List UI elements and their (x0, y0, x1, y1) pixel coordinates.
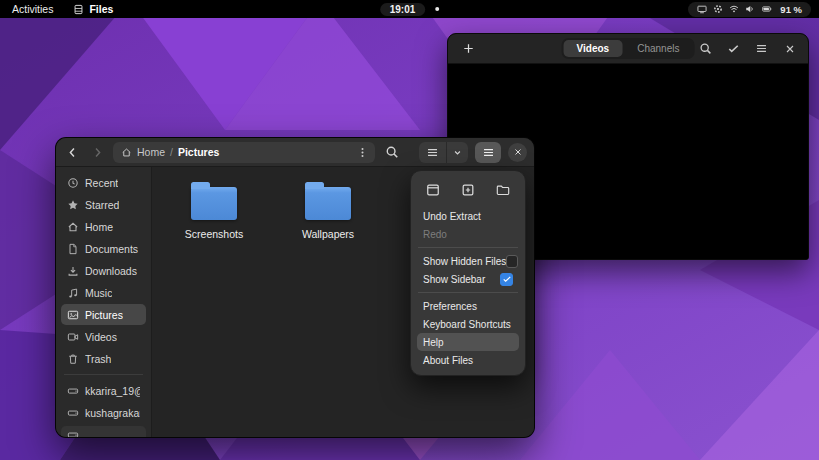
menu-item-label: Keyboard Shortcuts (423, 319, 511, 330)
system-tray[interactable]: 91 % (688, 2, 811, 17)
tab-videos[interactable]: Videos (564, 40, 623, 57)
new-tab-button[interactable] (453, 178, 483, 201)
hamburger-menu-icon (755, 42, 768, 55)
search-icon (699, 42, 712, 55)
menu-separator (418, 247, 518, 248)
sidebar-item-label: Pictures (85, 309, 123, 321)
sidebar-item-trash[interactable]: Trash (61, 348, 146, 369)
sidebar-item-label: Home (85, 221, 113, 233)
hamburger-menu-button[interactable] (475, 142, 501, 163)
sidebar-item-music[interactable]: Music (61, 282, 146, 303)
sidebar-item-recent[interactable]: Recent (61, 172, 146, 193)
new-window-button[interactable] (418, 178, 448, 201)
chevron-left-icon (66, 146, 79, 159)
show-hidden-checkbox[interactable] (506, 255, 518, 268)
menu-item-help[interactable]: Help (417, 333, 519, 351)
sidebar-item-home[interactable]: Home (61, 216, 146, 237)
new-window-icon (426, 183, 440, 197)
new-folder-button[interactable] (488, 178, 518, 201)
music-note-icon (67, 287, 79, 299)
menu-item-undo-extract[interactable]: Undo Extract (417, 207, 519, 225)
hamburger-menu-popover: Undo Extract Redo Show Hidden Files Show… (410, 170, 526, 376)
folder-item-screenshots[interactable]: Screenshots (168, 181, 260, 240)
path-bar[interactable]: Home / Pictures (113, 142, 375, 163)
download-icon (67, 265, 79, 277)
settings-gear-icon (713, 4, 723, 14)
sidebar-item-cutoff[interactable] (61, 426, 146, 438)
new-tab-icon (461, 183, 475, 197)
sidebar-item-label: kushagrakarir... (85, 407, 140, 419)
select-mode-check-icon (727, 42, 740, 55)
menu-item-show-hidden-files[interactable]: Show Hidden Files (417, 252, 519, 270)
add-button[interactable] (458, 39, 478, 59)
view-switcher: Videos Channels (562, 38, 695, 59)
document-icon (67, 243, 79, 255)
battery-percent: 91 % (780, 4, 802, 15)
clock[interactable]: 19:01 (380, 3, 426, 16)
sidebar-item-videos[interactable]: Videos (61, 326, 146, 347)
sidebar-item-mount-1[interactable]: kkarira_19@nir... (61, 380, 146, 401)
hamburger-menu-icon (482, 146, 495, 159)
app-indicator-files[interactable]: Files (73, 3, 113, 15)
home-icon (67, 221, 79, 233)
path-current-folder[interactable]: Pictures (178, 146, 219, 158)
search-button[interactable] (697, 40, 714, 57)
menu-button[interactable] (753, 40, 770, 57)
folder-item-wallpapers[interactable]: Wallpapers (282, 181, 374, 240)
menu-item-label: About Files (423, 355, 473, 366)
list-view-segment[interactable] (419, 142, 446, 163)
sidebar-item-starred[interactable]: Starred (61, 194, 146, 215)
path-menu-button[interactable] (354, 144, 371, 161)
battery-icon (761, 4, 773, 14)
close-window-button[interactable] (781, 40, 798, 57)
screencast-icon (697, 4, 707, 14)
videos-header-bar: Videos Channels (448, 34, 808, 64)
path-home-label[interactable]: Home (137, 146, 165, 158)
sidebar-divider (64, 374, 143, 375)
menu-separator (418, 292, 518, 293)
activities-button[interactable]: Activities (8, 3, 57, 15)
image-icon (67, 309, 79, 321)
chevron-right-icon (91, 146, 104, 159)
star-icon (67, 199, 79, 211)
folder-icon (305, 187, 351, 220)
sidebar-item-label: kkarira_19@nir... (85, 385, 140, 397)
menu-item-label: Help (423, 337, 444, 348)
menu-item-keyboard-shortcuts[interactable]: Keyboard Shortcuts (417, 315, 519, 333)
sidebar-item-label: Documents (85, 243, 138, 255)
menu-item-show-sidebar[interactable]: Show Sidebar (417, 270, 519, 288)
recent-clock-icon (67, 177, 79, 189)
sidebar-item-downloads[interactable]: Downloads (61, 260, 146, 281)
drive-icon (67, 385, 79, 397)
view-toggle-button[interactable] (419, 142, 468, 163)
forward-button[interactable] (88, 142, 106, 162)
menu-item-preferences[interactable]: Preferences (417, 297, 519, 315)
tab-channels[interactable]: Channels (624, 40, 692, 57)
video-icon (67, 331, 79, 343)
select-mode-button[interactable] (725, 40, 742, 57)
files-header-bar: Home / Pictures (56, 138, 534, 167)
caret-down-icon (452, 147, 463, 158)
sidebar-item-documents[interactable]: Documents (61, 238, 146, 259)
show-sidebar-checkbox[interactable] (500, 273, 513, 286)
top-bar: Activities Files 19:01 91 % (0, 0, 819, 18)
menu-icon-row (418, 178, 518, 201)
search-button[interactable] (382, 142, 402, 162)
new-folder-icon (496, 183, 510, 197)
kebab-menu-icon (356, 146, 369, 159)
menu-item-label: Show Hidden Files (423, 256, 506, 267)
notification-dot (435, 7, 439, 11)
search-icon (385, 145, 399, 159)
sidebar-item-pictures[interactable]: Pictures (61, 304, 146, 325)
drive-icon (67, 407, 79, 419)
path-separator: / (170, 146, 173, 158)
menu-item-about-files[interactable]: About Files (417, 351, 519, 369)
sidebar-item-mount-2[interactable]: kushagrakarir... (61, 402, 146, 423)
view-options-segment[interactable] (447, 142, 468, 163)
back-button[interactable] (63, 142, 81, 162)
sidebar-item-label: Trash (85, 353, 111, 365)
menu-item-redo[interactable]: Redo (417, 225, 519, 243)
wifi-icon (729, 4, 739, 14)
close-icon (784, 43, 796, 55)
close-window-button[interactable] (508, 143, 527, 162)
